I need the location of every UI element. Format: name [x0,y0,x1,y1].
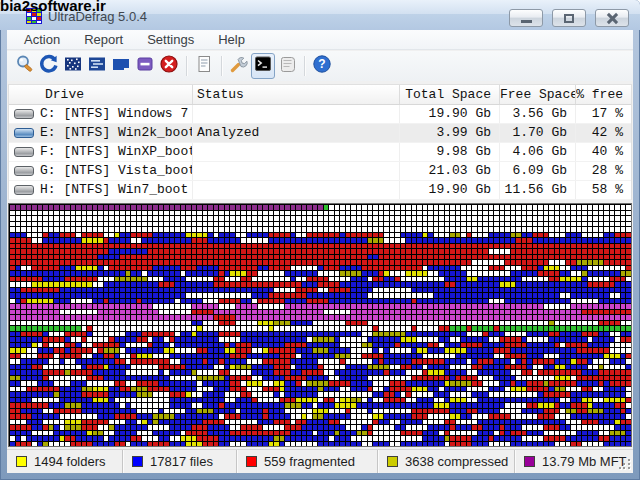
drive-list-header: Drive Status Total Space Free Space % fr… [9,85,631,105]
total-space-cell: 21.03 Gb [399,162,499,180]
drive-cell: C: [NTFS]Windows 7 [9,105,192,123]
toolbar-separator [304,56,305,76]
analyze-button[interactable] [13,53,37,79]
quick-optimize-button[interactable] [61,53,85,79]
settings-button[interactable] [227,53,251,79]
terminal-icon [253,54,273,78]
drive-label: Win2k_boot [118,124,190,142]
document-icon [194,54,214,78]
svg-text:?: ? [318,57,325,71]
column-header-status[interactable]: Status [192,85,399,104]
report-button[interactable] [192,53,216,79]
pct-free-cell: 58 % [575,181,631,199]
solid-square-icon [111,54,131,78]
drive-id: H: [NTFS] [40,181,118,199]
maximize-button[interactable] [552,9,586,27]
lines-square-icon [87,54,107,78]
about-button[interactable]: ? [310,53,334,79]
purple-bar-icon [135,54,155,78]
total-space-cell: 3.99 Gb [399,124,499,142]
pct-free-cell: 42 % [575,124,631,142]
drive-id: C: [NTFS] [40,105,118,123]
status-label: 17817 files [150,454,213,469]
status-cell: Analyzed [192,124,399,142]
status-label: 13.79 Mb MFT [542,454,627,469]
status-cell [192,105,399,123]
drive-cell: F: [NTFS]WinXP_boot [9,143,192,161]
status-folders: 1494 folders [7,450,123,473]
drive-icon [14,185,34,195]
client-area: ActionReportSettingsHelp ? Drive Status … [7,30,633,473]
minimize-icon [521,20,532,23]
drive-row-c[interactable]: C: [NTFS]Windows 719.90 Gb3.56 Gb17 % [9,105,631,124]
column-header-free-space[interactable]: Free Space [499,85,575,104]
toolbar-separator [221,56,222,76]
mft-legend-swatch [524,456,535,467]
scroll-icon [277,54,297,78]
watermark-text: bia2software.ir [0,0,106,14]
resize-grip[interactable] [619,459,631,471]
pct-free-cell: 28 % [575,162,631,180]
drive-label: Windows 7 [118,105,190,123]
compressed-legend-swatch [387,456,398,467]
drive-label: WinXP_boot [118,143,190,161]
total-space-cell: 9.98 Gb [399,143,499,161]
menu-report[interactable]: Report [74,30,133,49]
full-optimize-button[interactable] [85,53,109,79]
drive-row-f[interactable]: F: [NTFS]WinXP_boot9.98 Gb4.06 Gb40 % [9,143,631,162]
free-space-cell: 3.56 Gb [499,105,575,123]
status-bar: 1494 folders17817 files559 fragmented363… [7,449,633,473]
drive-icon [14,109,34,119]
column-header-pct-free[interactable]: % free [575,85,631,104]
drive-cell: G: [NTFS]Vista_boot [9,162,192,180]
status-cell [192,162,399,180]
menu-bar: ActionReportSettingsHelp [7,30,633,50]
stop-button[interactable] [157,53,181,79]
minimize-button[interactable] [509,9,543,27]
free-space-cell: 6.09 Gb [499,162,575,180]
pixel-square-icon [63,54,83,78]
fragmented-legend-swatch [246,456,257,467]
close-icon [606,12,618,24]
drive-row-g[interactable]: G: [NTFS]Vista_boot21.03 Gb6.09 Gb28 % [9,162,631,181]
files-legend-swatch [132,456,143,467]
wrench-icon [229,54,249,78]
status-label: 1494 folders [34,454,106,469]
menu-action[interactable]: Action [14,30,70,49]
drive-cell: H: [NTFS]Win7_boot [9,181,192,199]
drive-row-h[interactable]: H: [NTFS]Win7_boot19.90 Gb11.56 Gb58 % [9,181,631,200]
drive-icon [14,128,34,138]
drive-list: Drive Status Total Space Free Space % fr… [8,84,632,200]
column-header-total-space[interactable]: Total Space [399,85,499,104]
total-space-cell: 19.90 Gb [399,181,499,199]
maximize-icon [564,14,574,23]
drive-icon [14,166,34,176]
drive-id: E: [NTFS] [40,124,118,142]
pause-button[interactable] [133,53,157,79]
column-header-drive[interactable]: Drive [9,85,192,104]
toolbar: ? [7,51,633,81]
magnifier-icon [15,54,35,78]
drive-id: F: [NTFS] [40,143,118,161]
close-button[interactable] [595,9,629,27]
drive-row-e[interactable]: E: [NTFS]Win2k_bootAnalyzed3.99 Gb1.70 G… [9,124,631,143]
status-label: 3638 compressed [405,454,508,469]
optimize-mft-button[interactable] [109,53,133,79]
status-fragmented: 559 fragmented [237,450,378,473]
boot-time-scan-button[interactable] [251,53,275,79]
defragment-button[interactable] [37,53,61,79]
status-label: 559 fragmented [264,454,355,469]
menu-settings[interactable]: Settings [137,30,204,49]
boot-script-button[interactable] [275,53,299,79]
menu-help[interactable]: Help [208,30,255,49]
status-files: 17817 files [123,450,237,473]
cluster-map [8,203,632,447]
pct-free-cell: 17 % [575,105,631,123]
free-space-cell: 11.56 Gb [499,181,575,199]
app-window: UltraDefrag 5.0.4 ActionReportSettingsHe… [0,0,640,480]
stop-icon [159,54,179,78]
drive-label: Win7_boot [118,181,190,199]
toolbar-separator [186,56,187,76]
status-cell [192,181,399,199]
drive-cell: E: [NTFS]Win2k_boot [9,124,192,142]
